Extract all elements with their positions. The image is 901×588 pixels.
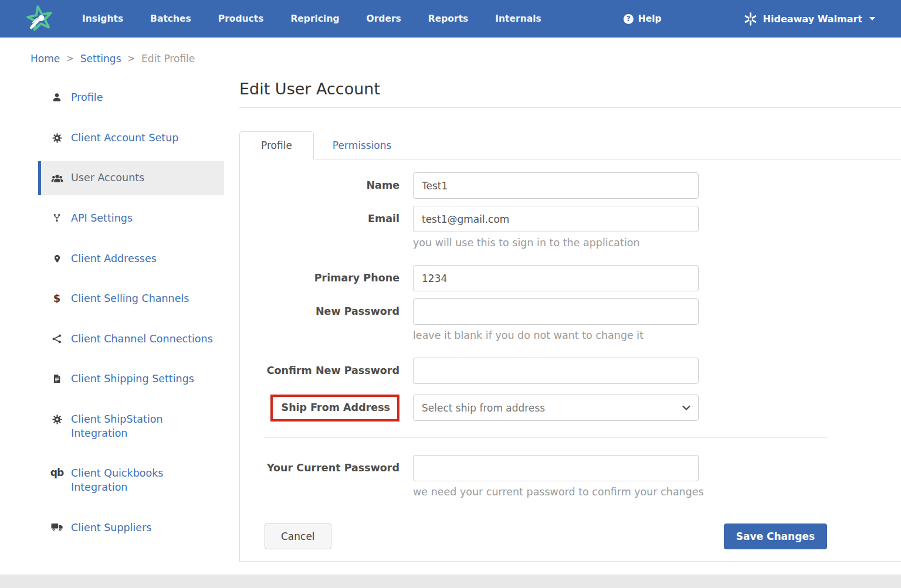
red-highlight-box: Ship From Address [270, 395, 399, 422]
help-label: Help [638, 13, 662, 24]
sidebar-item-user-accounts[interactable]: User Accounts [38, 161, 224, 195]
current-password-field-row: Your Current Password [265, 455, 827, 481]
ship-from-address-label: Ship From Address [282, 402, 390, 413]
sidebar-item-label: Client Suppliers [71, 521, 151, 535]
breadcrumb-separator-icon: > [128, 53, 136, 64]
nav-item-insights[interactable]: Insights [82, 13, 123, 24]
nav-item-reports[interactable]: Reports [428, 13, 468, 24]
nav-menu: Insights Batches Products Repricing Orde… [82, 13, 541, 24]
new-password-help-text: leave it blank if you do not want to cha… [413, 329, 827, 341]
save-changes-button[interactable]: Save Changes [724, 524, 827, 549]
sidebar-item-label: Client Selling Channels [71, 292, 189, 306]
ship-from-address-select[interactable]: Select ship from address [413, 395, 699, 421]
app-logo[interactable] [26, 5, 54, 33]
users-icon [50, 172, 63, 185]
name-label: Name [265, 179, 399, 192]
truck-icon [50, 522, 63, 532]
new-password-label: New Password [265, 305, 399, 318]
name-field-row: Name [265, 172, 827, 199]
chevron-down-icon [869, 17, 875, 21]
sidebar-item-client-addresses[interactable]: Client Addresses [38, 242, 224, 276]
tab-permissions[interactable]: Permissions [314, 132, 411, 159]
sidebar-item-client-suppliers[interactable]: Client Suppliers [38, 511, 224, 545]
sidebar-item-label: Client Quickbooks Integration [71, 467, 217, 494]
sidebar-item-client-shipping-settings[interactable]: Client Shipping Settings [38, 362, 224, 396]
nav-item-products[interactable]: Products [218, 13, 264, 24]
help-question-icon: ? [624, 14, 634, 24]
sidebar-item-label: Client Addresses [71, 252, 157, 266]
share-icon [50, 334, 63, 344]
breadcrumb-settings[interactable]: Settings [80, 53, 121, 64]
content-layout: Profile Client Account Setup [0, 68, 901, 562]
account-menu[interactable]: Hideaway Walmart [744, 12, 875, 26]
gear-icon [50, 132, 63, 144]
new-password-input[interactable] [413, 298, 699, 325]
sidebar-item-label: Client ShipStation Integration [71, 413, 217, 440]
current-password-input[interactable] [413, 455, 699, 481]
dollar-icon: $ [50, 293, 63, 304]
walmart-spark-icon [744, 12, 757, 26]
primary-phone-field-row: Primary Phone [265, 265, 827, 291]
email-help-text: you will use this to sign in to the appl… [413, 237, 827, 249]
help-menu[interactable]: ? Help [624, 13, 662, 24]
star-comet-logo-icon [26, 5, 54, 33]
profile-tab-panel: Name Email you will use this to sign in … [239, 159, 901, 562]
tab-bar: Profile Permissions [239, 131, 901, 159]
gear-icon [50, 414, 63, 425]
sidebar-item-client-shipstation-integration[interactable]: Client ShipStation Integration [38, 403, 224, 450]
cancel-button[interactable]: Cancel [265, 524, 331, 549]
email-field-row: Email [265, 206, 827, 232]
page-title: Edit User Account [239, 80, 901, 108]
ship-from-address-label-wrap: Ship From Address [265, 395, 399, 422]
primary-phone-input[interactable] [413, 265, 699, 291]
breadcrumb: Home > Settings > Edit Profile [0, 38, 901, 68]
sidebar-item-client-account-setup[interactable]: Client Account Setup [38, 121, 224, 155]
top-navbar: Insights Batches Products Repricing Orde… [0, 0, 901, 38]
sidebar-item-client-quickbooks-integration[interactable]: qb Client Quickbooks Integration [38, 457, 224, 504]
sidebar-item-api-settings[interactable]: API Settings [38, 202, 224, 236]
sidebar-item-label: Client Channel Connections [71, 332, 213, 346]
sidebar-item-label: API Settings [71, 212, 133, 226]
primary-phone-label: Primary Phone [265, 271, 399, 285]
name-input[interactable] [413, 172, 699, 199]
form-divider [265, 437, 827, 438]
sidebar-item-client-channel-connections[interactable]: Client Channel Connections [38, 322, 224, 356]
confirm-new-password-label: Confirm New Password [265, 364, 399, 378]
settings-sidebar: Profile Client Account Setup [38, 68, 224, 551]
tab-profile[interactable]: Profile [239, 131, 314, 159]
breadcrumb-home[interactable]: Home [31, 53, 60, 64]
sidebar-item-label: Client Shipping Settings [71, 372, 194, 386]
email-input[interactable] [413, 206, 699, 232]
nav-item-internals[interactable]: Internals [495, 13, 541, 24]
quickbooks-icon: qb [50, 468, 63, 478]
code-branch-icon [50, 213, 63, 223]
account-name-label: Hideaway Walmart [763, 13, 862, 25]
email-label: Email [265, 212, 399, 226]
breadcrumb-separator-icon: > [66, 53, 74, 64]
bottom-band [0, 575, 901, 588]
nav-item-orders[interactable]: Orders [367, 13, 401, 24]
current-password-help-text: we need your current password to confirm… [413, 486, 827, 498]
sidebar-item-profile[interactable]: Profile [38, 81, 224, 115]
new-password-field-row: New Password [265, 298, 827, 325]
current-password-label: Your Current Password [265, 461, 399, 475]
sidebar-item-label: Client Account Setup [71, 131, 178, 145]
sidebar-item-client-selling-channels[interactable]: $ Client Selling Channels [38, 282, 224, 316]
form-actions: Cancel Save Changes [265, 524, 827, 549]
nav-item-repricing[interactable]: Repricing [290, 13, 339, 24]
main-content: Edit User Account Profile Permissions Na… [239, 68, 901, 562]
map-marker-icon [50, 253, 63, 264]
confirm-new-password-field-row: Confirm New Password [265, 358, 827, 384]
confirm-new-password-input[interactable] [413, 358, 699, 384]
sidebar-item-label: User Accounts [71, 171, 144, 185]
breadcrumb-current: Edit Profile [141, 53, 195, 64]
ship-from-address-field-row: Ship From Address Select ship from addre… [265, 395, 827, 422]
sidebar-item-label: Profile [71, 91, 103, 105]
nav-item-batches[interactable]: Batches [150, 13, 191, 24]
user-icon [50, 92, 63, 103]
shipping-doc-icon [50, 373, 63, 384]
